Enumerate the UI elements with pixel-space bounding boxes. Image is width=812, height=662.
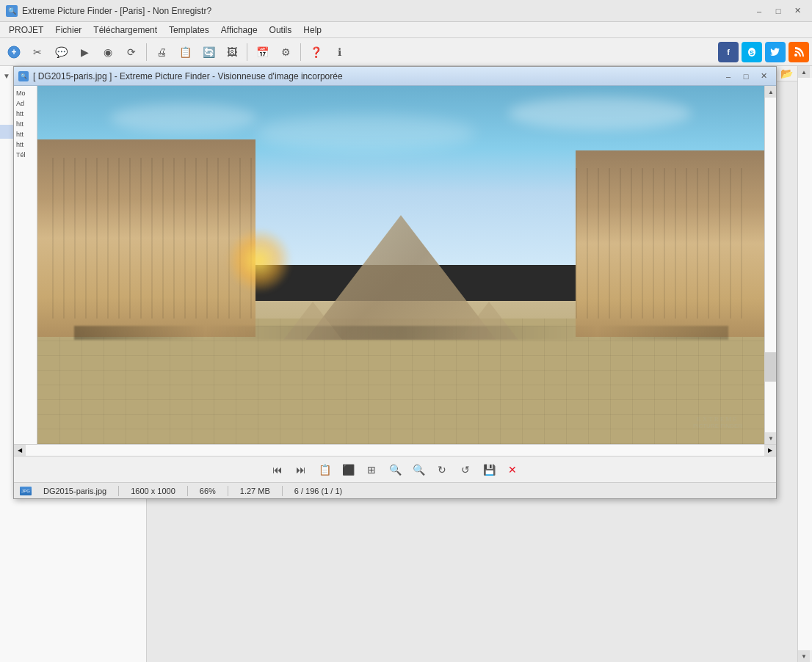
viewer-scroll-up[interactable]: ▲ — [765, 86, 776, 98]
clipboard-button[interactable]: 📋 — [174, 41, 196, 63]
close-button[interactable]: ✕ — [789, 4, 806, 18]
status-divider-2 — [187, 486, 188, 496]
viewer-scrollbar-right: ▲ ▼ — [764, 86, 776, 444]
viewer-info-panel: Mo Ad htt htt htt htt Tél — [14, 86, 37, 444]
cut-button[interactable]: ✂ — [26, 41, 48, 63]
svg-text:+: + — [11, 47, 16, 57]
viewer-minimize-button[interactable]: – — [720, 69, 736, 84]
gallery-button[interactable]: 🖼 — [221, 41, 243, 63]
status-dimensions: 1600 x 1000 — [131, 487, 175, 495]
viewer-fit-button[interactable]: ⬛ — [338, 459, 358, 480]
help-button[interactable]: ❓ — [305, 41, 327, 63]
menu-outils[interactable]: Outils — [264, 23, 298, 37]
separator-2 — [247, 43, 247, 61]
viewer-title-bar: 🔍 [ DG2015-paris.jpg ] - Extreme Picture… — [14, 67, 776, 86]
menu-projet[interactable]: PROJET — [3, 23, 49, 37]
viewer-first-button[interactable]: ⏮ — [267, 459, 288, 480]
minimize-button[interactable]: – — [750, 4, 768, 18]
window-title: Extreme Picture Finder - [Paris] - Non E… — [22, 6, 750, 16]
scroll-down-arrow[interactable]: ▼ — [798, 650, 810, 662]
svg-point-4 — [794, 54, 797, 57]
menu-help[interactable]: Help — [297, 23, 327, 37]
skype-button[interactable]: S — [742, 42, 762, 62]
viewer-scroll-h-track[interactable] — [26, 445, 764, 456]
viewer-window-title: [ DG2015-paris.jpg ] - Extreme Picture F… — [33, 71, 720, 81]
folder-open-icon[interactable]: 📂 — [780, 68, 793, 79]
viewer-copy-button[interactable]: 📋 — [314, 459, 335, 480]
viewer-delete-button[interactable]: ✕ — [502, 459, 523, 480]
toolbar: + ✂ 💬 ▶ ◉ ⟳ 🖨 📋 🔄 🖼 📅 ⚙ ❓ ℹ f S — [0, 38, 812, 66]
title-bar: 🔍 Extreme Picture Finder - [Paris] - Non… — [0, 0, 812, 22]
facebook-button[interactable]: f — [718, 42, 739, 62]
viewer-scrollbar-thumb[interactable] — [765, 352, 776, 382]
viewer-toolbar: ⏮ ⏭ 📋 ⬛ ⊞ 🔍 🔍 ↻ ↺ 💾 ✕ — [14, 456, 776, 482]
viewer-status-bar: JPG DG2015-paris.jpg 1600 x 1000 66% 1.2… — [14, 482, 776, 498]
viewer-close-button[interactable]: ✕ — [755, 69, 772, 84]
rss-button[interactable] — [789, 42, 809, 62]
status-position: 6 / 196 (1 / 1) — [294, 487, 342, 495]
viewer-scroll-track2[interactable] — [765, 382, 776, 432]
viewer-maximize-button[interactable]: □ — [738, 69, 754, 84]
window-controls: – □ ✕ — [750, 4, 806, 18]
menu-fichier[interactable]: Fichier — [49, 23, 87, 37]
status-divider-1 — [118, 486, 119, 496]
scroll-up-arrow[interactable]: ▲ — [798, 66, 810, 78]
viewer-scroll-down[interactable]: ▼ — [765, 432, 776, 444]
viewer-scroll-right[interactable]: ▶ — [764, 445, 776, 457]
transfer-button[interactable]: 🔄 — [197, 41, 220, 63]
viewer-image-area: EXTREME PICTURE FINDER — [37, 86, 764, 444]
app-icon: 🔍 — [6, 5, 18, 17]
maximize-button[interactable]: □ — [769, 4, 787, 18]
viewer-save-button[interactable]: 💾 — [479, 459, 499, 480]
expand-arrow: ▼ — [3, 72, 12, 80]
menu-templates[interactable]: Templates — [163, 23, 215, 37]
menu-bar: PROJET Fichier Téléchargement Templates … — [0, 22, 812, 38]
chat-button[interactable]: 💬 — [50, 41, 72, 63]
status-divider-3 — [228, 486, 228, 496]
status-filename: DG2015-paris.jpg — [43, 487, 106, 495]
menu-telechargement[interactable]: Téléchargement — [87, 23, 163, 37]
right-panel: ▲ ▼ — [797, 66, 812, 662]
print-button[interactable]: 🖨 — [151, 41, 173, 63]
settings-button[interactable]: ⚙ — [275, 41, 297, 63]
info-url1: htt — [15, 109, 35, 118]
status-zoom: 66% — [200, 487, 216, 495]
status-divider-4 — [282, 486, 283, 496]
info-mo: Mo — [15, 89, 35, 98]
viewer-body: Mo Ad htt htt htt htt Tél — [14, 86, 776, 444]
viewer-scroll-bottom: ◀ ▶ — [14, 444, 776, 456]
viewer-rotate-cw-button[interactable]: ↻ — [432, 459, 452, 480]
viewer-actual-button[interactable]: ⊞ — [361, 459, 382, 480]
separator-3 — [300, 43, 301, 61]
viewer-rotate-ccw-button[interactable]: ↺ — [455, 459, 476, 480]
viewer-window: 🔍 [ DG2015-paris.jpg ] - Extreme Picture… — [13, 66, 777, 499]
calendar-button[interactable]: 📅 — [251, 41, 273, 63]
separator-1 — [146, 43, 147, 61]
twitter-button[interactable] — [765, 42, 786, 62]
social-buttons: f S — [718, 42, 809, 62]
info-url3: htt — [15, 130, 35, 139]
viewer-app-icon: 🔍 — [18, 71, 29, 81]
viewer-scroll-track[interactable] — [765, 98, 776, 352]
scroll-track[interactable] — [798, 78, 812, 650]
info-url4: htt — [15, 140, 35, 149]
play-button[interactable]: ▶ — [73, 41, 95, 63]
info-url2: htt — [15, 120, 35, 128]
status-filesize: 1.27 MB — [240, 487, 270, 495]
viewer-prev-button[interactable]: ⏭ — [291, 459, 311, 480]
info-tel: Tél — [15, 150, 35, 159]
new-project-button[interactable]: + — [3, 41, 25, 63]
viewer-window-controls: – □ ✕ — [720, 69, 772, 84]
viewer-zoom-out-button[interactable]: 🔍 — [408, 459, 429, 480]
viewer-scroll-left[interactable]: ◀ — [14, 445, 26, 457]
info-ad: Ad — [15, 99, 35, 108]
info-button[interactable]: ℹ — [328, 41, 350, 63]
stop-button[interactable]: ◉ — [97, 41, 119, 63]
menu-affichage[interactable]: Affichage — [215, 23, 264, 37]
status-icon: JPG — [20, 487, 32, 495]
viewer-zoom-in-button[interactable]: 🔍 — [385, 459, 405, 480]
svg-text:S: S — [750, 49, 754, 57]
refresh-button[interactable]: ⟳ — [120, 41, 142, 63]
watermark: EXTREME PICTURE FINDER — [693, 415, 742, 429]
